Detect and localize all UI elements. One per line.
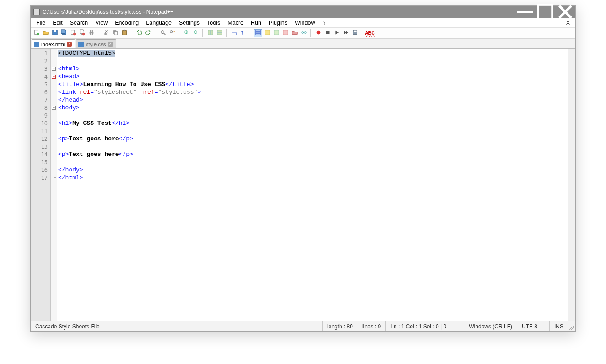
- line-number-gutter[interactable]: 1234567891011121314151617: [31, 49, 51, 321]
- menu-bar: FileEditSearchViewEncodingLanguageSettin…: [31, 18, 575, 28]
- new-file-icon: [33, 29, 40, 37]
- svg-rect-38: [217, 30, 222, 32]
- find-replace-button[interactable]: [168, 29, 176, 37]
- menu-view[interactable]: View: [92, 19, 111, 27]
- code-line[interactable]: [58, 112, 568, 119]
- svg-line-30: [188, 33, 189, 35]
- resize-grip-icon[interactable]: [568, 323, 574, 330]
- menu-file[interactable]: File: [32, 19, 49, 27]
- status-length: length : 89: [323, 321, 357, 331]
- minimize-button[interactable]: [515, 6, 535, 18]
- code-line[interactable]: [58, 143, 568, 150]
- fold-toggle-icon[interactable]: [52, 67, 56, 71]
- folder-as-workspace-button[interactable]: [291, 29, 299, 37]
- svg-rect-23: [114, 31, 117, 35]
- close-button[interactable]: [555, 6, 575, 18]
- cut-button[interactable]: [102, 29, 110, 37]
- status-lines: lines : 9: [357, 321, 385, 331]
- menu-tools[interactable]: Tools: [203, 19, 224, 27]
- svg-rect-48: [265, 30, 270, 35]
- tab-style-css[interactable]: style.css×: [76, 39, 116, 48]
- save-button[interactable]: [51, 29, 59, 37]
- close-all-button[interactable]: [78, 29, 87, 37]
- stop-macro-button[interactable]: [324, 29, 332, 37]
- paste-button[interactable]: [120, 29, 129, 37]
- code-line[interactable]: </html>: [58, 174, 568, 182]
- code-line[interactable]: <link rel="stylesheet" href="style.css">: [58, 88, 568, 96]
- maximize-button[interactable]: [535, 6, 555, 18]
- sync-v-button[interactable]: [206, 29, 215, 37]
- svg-rect-54: [326, 31, 330, 34]
- menu-window[interactable]: Window: [291, 19, 319, 27]
- code-line[interactable]: <!DOCTYPE html5>: [58, 49, 568, 57]
- all-chars-button[interactable]: ¶: [239, 29, 248, 37]
- code-line[interactable]: <h1>My CSS Test</h1>: [58, 119, 568, 127]
- menu-settings[interactable]: Settings: [175, 19, 203, 27]
- copy-button[interactable]: [111, 29, 119, 37]
- fold-margin[interactable]: [51, 49, 57, 321]
- tab-index-html[interactable]: index.html×: [32, 39, 75, 48]
- indent-guide-button[interactable]: [254, 29, 262, 37]
- play-macro-button[interactable]: [333, 29, 341, 37]
- svg-rect-16: [90, 30, 92, 32]
- undo-button[interactable]: [135, 29, 143, 37]
- code-line[interactable]: <body>: [58, 104, 568, 112]
- svg-point-18: [104, 33, 106, 35]
- code-line[interactable]: <html>: [58, 65, 568, 73]
- menu-q[interactable]: ?: [319, 19, 329, 27]
- code-line[interactable]: </body>: [58, 166, 568, 174]
- doc-map-icon: [273, 29, 280, 37]
- spell-check-button[interactable]: ABC: [366, 29, 374, 37]
- svg-point-52: [303, 32, 305, 33]
- new-file-button[interactable]: [32, 29, 41, 37]
- code-line[interactable]: <p>Text goes here</p>: [58, 150, 568, 158]
- menu-run[interactable]: Run: [247, 19, 265, 27]
- svg-rect-7: [54, 30, 56, 32]
- close-file-button[interactable]: [69, 29, 77, 37]
- title-bar[interactable]: C:\Users\Julia\Desktop\css-test\style.cs…: [31, 6, 575, 18]
- record-macro-button[interactable]: [314, 29, 323, 37]
- window-title: C:\Users\Julia\Desktop\css-test\style.cs…: [43, 9, 173, 15]
- svg-point-28: [170, 31, 173, 33]
- code-line[interactable]: [58, 127, 568, 135]
- code-line[interactable]: <p>Text goes here</p>: [58, 135, 568, 143]
- svg-rect-56: [354, 31, 356, 32]
- menu-edit[interactable]: Edit: [49, 19, 66, 27]
- menu-language[interactable]: Language: [142, 19, 175, 27]
- code-line[interactable]: </head>: [58, 96, 568, 104]
- find-replace-icon: [169, 29, 175, 37]
- menu-macro[interactable]: Macro: [224, 19, 247, 27]
- word-wrap-button[interactable]: [230, 29, 238, 37]
- code-line[interactable]: <head>: [58, 73, 568, 80]
- code-editor[interactable]: <!DOCTYPE html5><html><head><title>Learn…: [57, 49, 568, 321]
- menu-search[interactable]: Search: [66, 19, 92, 27]
- vertical-scrollbar[interactable]: [568, 49, 575, 321]
- save-all-button[interactable]: [60, 29, 68, 37]
- svg-point-26: [161, 31, 164, 34]
- svg-rect-36: [208, 30, 210, 35]
- svg-point-14: [82, 33, 85, 35]
- code-line[interactable]: <title>Learning How To Use CSS</title>: [58, 80, 568, 88]
- doc-map-button[interactable]: [272, 29, 281, 37]
- svg-text:¶: ¶: [241, 30, 244, 35]
- save-macro-button[interactable]: [351, 29, 359, 37]
- find-button[interactable]: [159, 29, 167, 37]
- menu-encoding[interactable]: Encoding: [111, 19, 142, 27]
- print-button[interactable]: [87, 29, 96, 37]
- code-line[interactable]: [58, 57, 568, 65]
- open-file-button[interactable]: [42, 29, 50, 37]
- play-multi-button[interactable]: [342, 29, 350, 37]
- redo-button[interactable]: [144, 29, 152, 37]
- tab-close-icon[interactable]: ×: [67, 42, 72, 47]
- code-line[interactable]: [58, 158, 568, 166]
- svg-line-34: [197, 33, 199, 35]
- monitoring-button[interactable]: [300, 29, 308, 37]
- close-doc-button[interactable]: X: [563, 20, 574, 26]
- menu-plugins[interactable]: Plugins: [265, 19, 291, 27]
- sync-h-button[interactable]: [216, 29, 224, 37]
- tab-close-icon[interactable]: ×: [108, 42, 113, 47]
- func-list-button[interactable]: [281, 29, 290, 37]
- lang-udl-button[interactable]: [263, 29, 271, 37]
- zoom-out-button[interactable]: [192, 29, 200, 37]
- zoom-in-button[interactable]: [183, 29, 191, 37]
